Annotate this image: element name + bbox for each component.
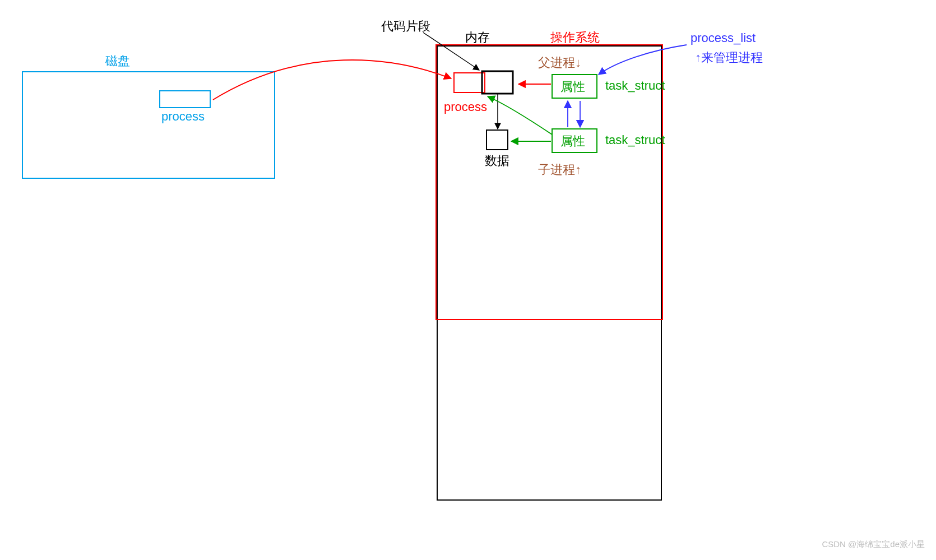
arrow-attr2-to-code (488, 96, 552, 135)
memory-title: 内存 (465, 29, 490, 46)
data-box (486, 130, 508, 150)
process-red-label: process (444, 100, 487, 114)
arrow-disk-to-mem (213, 60, 451, 100)
process-black-box (482, 71, 513, 94)
task-struct-bottom: task_struct (605, 133, 665, 147)
task-struct-top: task_struct (605, 78, 665, 93)
os-title: 操作系统 (550, 29, 600, 46)
watermark: CSDN @海绵宝宝de派小星 (822, 539, 925, 550)
child-process-label: 子进程↑ (538, 161, 581, 178)
disk-process-label: process (161, 109, 205, 124)
process-red-box (454, 73, 485, 92)
arrow-processlist (599, 45, 687, 75)
disk-box (22, 72, 275, 178)
disk-process-box (160, 91, 210, 108)
code-fragment-label: 代码片段 (381, 18, 430, 35)
diagram-canvas (0, 0, 936, 560)
parent-process-label: 父进程↓ (538, 54, 581, 71)
process-list-label: process_list (691, 31, 756, 45)
attribute-bottom-text: 属性 (560, 133, 585, 150)
process-list-note: ↑来管理进程 (695, 49, 763, 66)
data-label: 数据 (485, 152, 509, 169)
attribute-top-text: 属性 (560, 78, 585, 95)
disk-title: 磁盘 (105, 53, 130, 70)
